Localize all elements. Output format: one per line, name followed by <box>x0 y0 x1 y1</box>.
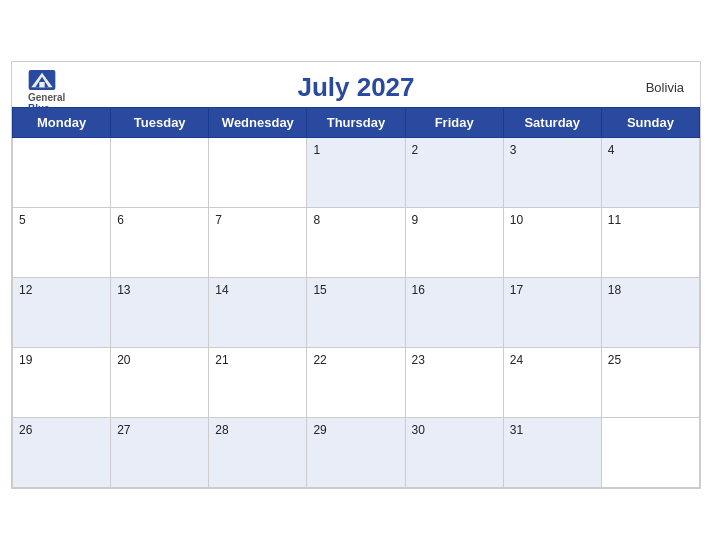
calendar-day-cell: 17 <box>503 278 601 348</box>
calendar-header: General Blue July 2027 Bolivia <box>12 62 700 107</box>
calendar-day-cell: 23 <box>405 348 503 418</box>
calendar-day-cell: 3 <box>503 138 601 208</box>
logo-area: General Blue <box>28 70 65 114</box>
day-number: 11 <box>608 213 621 227</box>
day-number: 2 <box>412 143 419 157</box>
day-number: 13 <box>117 283 130 297</box>
calendar-day-cell: 4 <box>601 138 699 208</box>
header-saturday: Saturday <box>503 108 601 138</box>
day-number: 29 <box>313 423 326 437</box>
day-number: 5 <box>19 213 26 227</box>
calendar-day-cell: 26 <box>13 418 111 488</box>
calendar-day-cell: 20 <box>111 348 209 418</box>
day-number: 12 <box>19 283 32 297</box>
calendar-day-cell: 7 <box>209 208 307 278</box>
calendar-day-cell: 22 <box>307 348 405 418</box>
day-number: 30 <box>412 423 425 437</box>
calendar-week-row: 12131415161718 <box>13 278 700 348</box>
header-sunday: Sunday <box>601 108 699 138</box>
day-number: 16 <box>412 283 425 297</box>
header-friday: Friday <box>405 108 503 138</box>
day-number: 8 <box>313 213 320 227</box>
day-number: 3 <box>510 143 517 157</box>
logo-icon <box>28 70 56 90</box>
day-number: 25 <box>608 353 621 367</box>
calendar-day-cell: 24 <box>503 348 601 418</box>
day-number: 22 <box>313 353 326 367</box>
calendar-day-cell: 16 <box>405 278 503 348</box>
day-number: 31 <box>510 423 523 437</box>
calendar-week-row: 19202122232425 <box>13 348 700 418</box>
day-number: 21 <box>215 353 228 367</box>
calendar-day-cell: 29 <box>307 418 405 488</box>
day-number: 24 <box>510 353 523 367</box>
calendar-day-cell: 11 <box>601 208 699 278</box>
calendar-day-cell: 14 <box>209 278 307 348</box>
day-number: 18 <box>608 283 621 297</box>
calendar-day-cell: 8 <box>307 208 405 278</box>
day-number: 6 <box>117 213 124 227</box>
calendar-week-row: 262728293031 <box>13 418 700 488</box>
header-thursday: Thursday <box>307 108 405 138</box>
logo-general: General <box>28 92 65 103</box>
calendar-day-cell: 15 <box>307 278 405 348</box>
svg-rect-3 <box>39 82 44 87</box>
calendar-day-cell: 12 <box>13 278 111 348</box>
calendar-day-cell: 2 <box>405 138 503 208</box>
calendar-day-cell: 5 <box>13 208 111 278</box>
calendar-week-row: 567891011 <box>13 208 700 278</box>
calendar-week-row: 1234 <box>13 138 700 208</box>
days-header-row: Monday Tuesday Wednesday Thursday Friday… <box>13 108 700 138</box>
calendar-day-cell: 31 <box>503 418 601 488</box>
calendar-day-cell: 18 <box>601 278 699 348</box>
header-tuesday: Tuesday <box>111 108 209 138</box>
day-number: 14 <box>215 283 228 297</box>
day-number: 7 <box>215 213 222 227</box>
day-number: 4 <box>608 143 615 157</box>
calendar-day-cell: 1 <box>307 138 405 208</box>
country-label: Bolivia <box>646 80 684 95</box>
day-number: 10 <box>510 213 523 227</box>
calendar-day-cell: 21 <box>209 348 307 418</box>
calendar-day-cell: 30 <box>405 418 503 488</box>
calendar-day-cell: 10 <box>503 208 601 278</box>
calendar-table: Monday Tuesday Wednesday Thursday Friday… <box>12 107 700 488</box>
day-number: 1 <box>313 143 320 157</box>
day-number: 9 <box>412 213 419 227</box>
header-wednesday: Wednesday <box>209 108 307 138</box>
day-number: 15 <box>313 283 326 297</box>
calendar-title: July 2027 <box>32 72 680 103</box>
calendar-day-cell <box>111 138 209 208</box>
calendar-day-cell <box>601 418 699 488</box>
calendar-day-cell: 28 <box>209 418 307 488</box>
day-number: 26 <box>19 423 32 437</box>
day-number: 23 <box>412 353 425 367</box>
day-number: 19 <box>19 353 32 367</box>
calendar-day-cell: 6 <box>111 208 209 278</box>
day-number: 28 <box>215 423 228 437</box>
calendar-day-cell: 19 <box>13 348 111 418</box>
calendar-day-cell <box>13 138 111 208</box>
logo-blue: Blue <box>28 103 50 114</box>
calendar-day-cell: 25 <box>601 348 699 418</box>
day-number: 20 <box>117 353 130 367</box>
calendar-day-cell: 27 <box>111 418 209 488</box>
calendar-day-cell: 13 <box>111 278 209 348</box>
calendar-day-cell <box>209 138 307 208</box>
calendar-container: General Blue July 2027 Bolivia Monday Tu… <box>11 61 701 489</box>
day-number: 27 <box>117 423 130 437</box>
day-number: 17 <box>510 283 523 297</box>
calendar-day-cell: 9 <box>405 208 503 278</box>
